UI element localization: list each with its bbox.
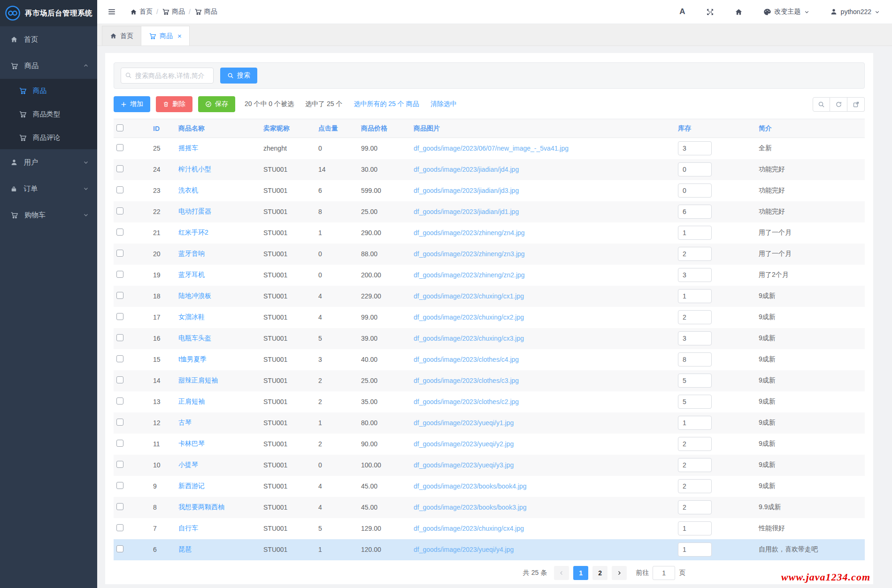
stock-input[interactable] xyxy=(678,374,712,388)
breadcrumb-item-goods-2[interactable]: 商品 xyxy=(194,8,217,16)
goods-image-link[interactable]: df_goods/image/2023/clothes/c3.jpg xyxy=(414,377,519,384)
goods-name-link[interactable]: 小提琴 xyxy=(178,461,198,468)
table-row[interactable]: 8 我想要两颗西柚 STU001 4 45.00 df_goods/image/… xyxy=(114,497,865,518)
goods-name-link[interactable]: 洗衣机 xyxy=(178,186,198,194)
stock-input[interactable] xyxy=(678,500,712,514)
delete-button[interactable]: 删除 xyxy=(156,96,192,112)
goods-name-link[interactable]: 我想要两颗西柚 xyxy=(178,503,224,511)
row-checkbox[interactable] xyxy=(116,186,123,193)
header-intro[interactable]: 简介 xyxy=(756,119,865,138)
fullscreen-icon[interactable] xyxy=(706,8,714,16)
table-row[interactable]: 19 蓝牙耳机 STU001 0 200.00 df_goods/image/2… xyxy=(114,265,865,286)
select-all-checkbox[interactable] xyxy=(116,124,123,131)
goods-name-link[interactable]: 陆地冲浪板 xyxy=(178,292,211,299)
goods-name-link[interactable]: 蓝牙音响 xyxy=(178,250,205,257)
table-row[interactable]: 18 陆地冲浪板 STU001 4 229.00 df_goods/image/… xyxy=(114,286,865,307)
goods-image-link[interactable]: df_goods/image/2023/clothes/c2.jpg xyxy=(414,398,519,405)
stock-input[interactable] xyxy=(678,521,712,535)
goods-name-link[interactable]: 电动打蛋器 xyxy=(178,207,211,215)
goods-name-link[interactable]: 摇摇车 xyxy=(178,144,198,152)
table-row[interactable]: 20 蓝牙音响 STU001 0 88.00 df_goods/image/20… xyxy=(114,244,865,265)
goods-image-link[interactable]: df_goods/image/2023/chuxing/cx3.jpg xyxy=(414,335,524,342)
header-price[interactable]: 商品价格 xyxy=(358,119,411,138)
row-checkbox[interactable] xyxy=(116,250,123,257)
goods-name-link[interactable]: 女溜冰鞋 xyxy=(178,313,205,321)
goods-name-link[interactable]: t恤男夏季 xyxy=(178,355,207,363)
stock-input[interactable] xyxy=(678,458,712,472)
table-row[interactable]: 17 女溜冰鞋 STU001 4 99.00 df_goods/image/20… xyxy=(114,307,865,328)
header-seller[interactable]: 卖家昵称 xyxy=(261,119,315,138)
add-button[interactable]: 增加 xyxy=(114,96,150,112)
export-button[interactable] xyxy=(847,97,865,112)
goods-image-link[interactable]: df_goods/image/2023/clothes/c4.jpg xyxy=(414,356,519,363)
row-checkbox[interactable] xyxy=(116,165,123,172)
goods-image-link[interactable]: df_goods/image/2023/books/book4.jpg xyxy=(414,482,527,490)
sidebar-item-goods-comment[interactable]: 商品评论 xyxy=(0,126,97,149)
goods-image-link[interactable]: df_goods/image/2023/yueqi/y2.jpg xyxy=(414,440,514,448)
goods-image-link[interactable]: df_goods/image/2023/jiadian/jd3.jpg xyxy=(414,187,519,194)
search-button[interactable]: 搜索 xyxy=(220,68,257,84)
sidebar-item-goods[interactable]: 商品 xyxy=(0,79,97,102)
sidebar-item-users[interactable]: 用户 xyxy=(0,149,97,176)
table-row[interactable]: 12 古琴 STU001 1 80.00 df_goods/image/2023… xyxy=(114,412,865,434)
prev-page-button[interactable] xyxy=(554,566,569,580)
row-checkbox[interactable] xyxy=(116,376,123,383)
goods-image-link[interactable]: df_goods/image/2023/yueqi/y1.jpg xyxy=(414,419,514,427)
row-checkbox[interactable] xyxy=(116,271,123,278)
next-page-button[interactable] xyxy=(612,566,627,580)
breadcrumb-item-goods[interactable]: 商品 xyxy=(162,8,185,16)
goods-name-link[interactable]: 甜辣正肩短袖 xyxy=(178,376,218,384)
breadcrumb-item-home[interactable]: 首页 xyxy=(130,8,153,16)
save-button[interactable]: 保存 xyxy=(198,96,235,112)
row-checkbox[interactable] xyxy=(116,334,123,341)
row-checkbox[interactable] xyxy=(116,419,123,426)
font-size-icon[interactable]: A xyxy=(679,7,685,16)
table-row[interactable]: 22 电动打蛋器 STU001 8 25.00 df_goods/image/2… xyxy=(114,201,865,222)
goods-name-link[interactable]: 古琴 xyxy=(178,419,192,426)
table-row[interactable]: 9 新西游记 STU001 4 45.00 df_goods/image/202… xyxy=(114,476,865,497)
select-all-link[interactable]: 选中所有的 25 个 商品 xyxy=(354,100,419,108)
goods-image-link[interactable]: df_goods/image/2023/yueqi/y4.jpg xyxy=(414,546,514,553)
row-checkbox[interactable] xyxy=(116,397,123,405)
stock-input[interactable] xyxy=(678,542,712,557)
table-row[interactable]: 14 甜辣正肩短袖 STU001 2 25.00 df_goods/image/… xyxy=(114,370,865,391)
stock-input[interactable] xyxy=(678,437,712,451)
page-button-2[interactable]: 2 xyxy=(592,566,607,580)
stock-input[interactable] xyxy=(678,183,712,198)
header-image[interactable]: 商品图片 xyxy=(411,119,675,138)
sidebar-item-home[interactable]: 首页 xyxy=(0,26,97,53)
tab-goods[interactable]: 商品 × xyxy=(141,26,190,46)
table-row[interactable]: 13 正肩短袖 STU001 2 35.00 df_goods/image/20… xyxy=(114,391,865,412)
row-checkbox[interactable] xyxy=(116,355,123,362)
goods-image-link[interactable]: df_goods/image/2023/zhineng/zn4.jpg xyxy=(414,229,525,237)
goods-image-link[interactable]: df_goods/image/2023/chuxing/cx1.jpg xyxy=(414,292,524,300)
sidebar-item-goods-group[interactable]: 商品 xyxy=(0,53,97,79)
refresh-button[interactable] xyxy=(830,97,847,112)
row-checkbox[interactable] xyxy=(116,524,123,531)
close-icon[interactable]: × xyxy=(177,32,182,40)
sidebar-item-cart[interactable]: 购物车 xyxy=(0,202,97,228)
goods-name-link[interactable]: 红米手环2 xyxy=(178,229,208,236)
search-input[interactable] xyxy=(121,68,214,84)
row-checkbox[interactable] xyxy=(116,440,123,447)
row-checkbox[interactable] xyxy=(116,313,123,320)
sidebar-item-orders[interactable]: 订单 xyxy=(0,176,97,202)
header-stock[interactable]: 库存 xyxy=(675,119,756,138)
search-tool-button[interactable] xyxy=(813,97,830,112)
stock-input[interactable] xyxy=(678,310,712,324)
table-row[interactable]: 24 榨汁机小型 STU001 14 30.00 df_goods/image/… xyxy=(114,159,865,180)
table-row[interactable]: 25 摇摇车 zhenght 0 99.00 df_goods/image/20… xyxy=(114,138,865,159)
goods-image-link[interactable]: df_goods/image/2023/jiadian/jd4.jpg xyxy=(414,166,519,173)
row-checkbox[interactable] xyxy=(116,144,123,151)
goods-image-link[interactable]: df_goods/image/2023/06/07/new_image_-_5v… xyxy=(414,145,569,152)
goods-name-link[interactable]: 电瓶车头盔 xyxy=(178,334,211,342)
row-checkbox[interactable] xyxy=(116,207,123,214)
goods-name-link[interactable]: 新西游记 xyxy=(178,482,205,489)
table-row[interactable]: 10 小提琴 STU001 0 100.00 df_goods/image/20… xyxy=(114,455,865,476)
theme-switcher[interactable]: 改变主题 xyxy=(763,8,809,16)
table-row[interactable]: 23 洗衣机 STU001 6 599.00 df_goods/image/20… xyxy=(114,180,865,201)
page-button-1[interactable]: 1 xyxy=(573,566,588,580)
stock-input[interactable] xyxy=(678,331,712,345)
stock-input[interactable] xyxy=(678,247,712,261)
table-row[interactable]: 15 t恤男夏季 STU001 3 40.00 df_goods/image/2… xyxy=(114,349,865,370)
